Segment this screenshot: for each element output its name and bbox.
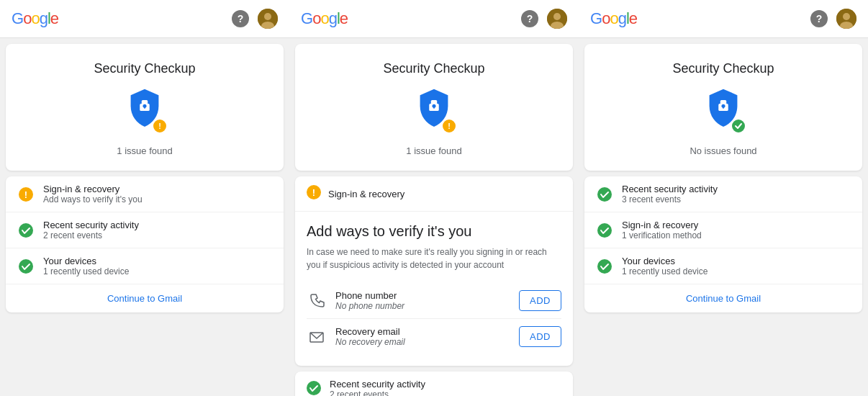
badge-success-3 xyxy=(731,118,746,134)
email-icon xyxy=(307,327,327,347)
check-icon-devices-1 xyxy=(17,258,35,275)
list-card-3: Recent security activity 3 recent events… xyxy=(584,176,862,312)
signin-text-1: Sign-in & recovery Add ways to verify it… xyxy=(43,184,272,204)
svg-rect-18 xyxy=(433,106,435,108)
email-recovery-item: Recovery email No recovery email ADD xyxy=(307,319,561,354)
svg-point-32 xyxy=(597,223,612,238)
badge-warning-2: ! xyxy=(441,118,457,134)
svg-point-10 xyxy=(19,223,33,238)
issue-text-2: 1 issue found xyxy=(406,145,461,156)
list-item-devices-1[interactable]: Your devices 1 recently used device xyxy=(6,248,284,284)
expanded-body-2: Add ways to verify it's you In case we n… xyxy=(295,212,573,366)
signin-subtitle-3: 1 verification method xyxy=(622,230,851,240)
bottom-list-item-2[interactable]: Recent security activity 2 recent events xyxy=(295,372,573,396)
phone-text: Phone number No phone number xyxy=(335,290,510,311)
header-1: Google ? xyxy=(0,0,289,38)
email-title: Recovery email xyxy=(335,326,510,337)
email-text: Recovery email No recovery email xyxy=(335,326,510,347)
svg-point-11 xyxy=(19,259,33,274)
expanded-card-2: ! Sign-in & recovery Add ways to verify … xyxy=(295,176,573,366)
devices-text-3: Your devices 1 recently used device xyxy=(622,256,851,276)
svg-point-13 xyxy=(553,13,561,20)
devices-subtitle-1: 1 recently used device xyxy=(43,266,272,276)
activity-text-3: Recent security activity 3 recent events xyxy=(622,184,851,204)
svg-text:!: ! xyxy=(24,189,27,200)
activity-subtitle-3: 3 recent events xyxy=(622,194,851,204)
header-icons-1: ? xyxy=(232,9,278,29)
add-phone-button[interactable]: ADD xyxy=(519,290,561,311)
signin-subtitle-1: Add ways to verify it's you xyxy=(43,194,272,204)
list-item-signin-3[interactable]: Sign-in & recovery 1 verification method xyxy=(584,212,862,248)
devices-title-1: Your devices xyxy=(43,256,272,266)
phone-recovery-item: Phone number No phone number ADD xyxy=(307,283,561,319)
devices-title-3: Your devices xyxy=(622,256,851,266)
header-3: Google ? xyxy=(579,0,868,38)
badge-warning-1: ! xyxy=(152,118,168,134)
svg-rect-30 xyxy=(723,106,724,108)
header-icons-2: ? xyxy=(521,9,567,29)
avatar-1[interactable] xyxy=(258,9,278,29)
bottom-subtitle-2: 2 recent events xyxy=(330,390,561,396)
checkup-title-3: Security Checkup xyxy=(672,61,774,76)
email-subtitle: No recovery email xyxy=(335,337,510,347)
signin-title-1: Sign-in & recovery xyxy=(43,184,272,194)
expand-desc-2: In case we need to make sure it's really… xyxy=(307,246,561,271)
check-icon-bottom-2 xyxy=(307,381,321,397)
checkup-card-3: Security Checkup No issues found xyxy=(584,44,862,171)
continue-link-3[interactable]: Continue to Gmail xyxy=(584,284,862,312)
check-icon-devices-3 xyxy=(596,258,613,275)
help-icon-1[interactable]: ? xyxy=(232,10,249,27)
activity-text-1: Recent security activity 2 recent events xyxy=(43,220,272,240)
check-icon-signin-3 xyxy=(596,222,613,239)
list-card-1: ! Sign-in & recovery Add ways to verify … xyxy=(6,176,284,312)
section-header-2: ! Sign-in & recovery xyxy=(295,176,573,212)
add-email-button[interactable]: ADD xyxy=(519,326,561,347)
svg-point-1 xyxy=(264,13,271,20)
help-icon-3[interactable]: ? xyxy=(810,10,828,27)
activity-title-3: Recent security activity xyxy=(622,184,851,194)
signin-text-3: Sign-in & recovery 1 verification method xyxy=(622,220,851,240)
svg-rect-6 xyxy=(144,106,145,108)
devices-text-1: Your devices 1 recently used device xyxy=(43,256,272,276)
panel-3-content: Security Checkup No issues found xyxy=(579,38,868,396)
list-item-devices-3[interactable]: Your devices 1 recently used device xyxy=(584,248,862,284)
continue-link-1[interactable]: Continue to Gmail xyxy=(6,284,284,312)
panel-1-content: Security Checkup ! 1 issue found ! xyxy=(0,38,289,396)
list-item-activity-1[interactable]: Recent security activity 2 recent events xyxy=(6,212,284,248)
activity-title-1: Recent security activity xyxy=(43,220,272,230)
signin-title-3: Sign-in & recovery xyxy=(622,220,851,230)
issue-text-3: No issues found xyxy=(690,145,756,156)
bottom-text-2: Recent security activity 2 recent events xyxy=(330,379,561,396)
shield-container-1: ! xyxy=(122,88,168,134)
expand-title-2: Add ways to verify it's you xyxy=(307,223,561,240)
checkup-card-2: Security Checkup ! 1 issue found xyxy=(295,44,573,171)
panel-2-content: Security Checkup ! 1 issue found ! xyxy=(289,38,579,396)
list-item-signin-1[interactable]: ! Sign-in & recovery Add ways to verify … xyxy=(6,176,284,212)
panel-2: Google ? Security Checkup ! xyxy=(289,0,579,396)
header-icons-3: ? xyxy=(810,9,856,29)
checkup-title-2: Security Checkup xyxy=(383,61,484,76)
issue-text-1: 1 issue found xyxy=(117,145,172,156)
google-logo-1: Google xyxy=(12,9,58,28)
bottom-title-2: Recent security activity xyxy=(330,379,561,390)
shield-container-2: ! xyxy=(411,88,457,134)
phone-title: Phone number xyxy=(335,290,510,301)
google-logo-3: Google xyxy=(590,9,637,28)
avatar-3[interactable] xyxy=(836,9,856,29)
panel-1: Google ? Security Checkup ! xyxy=(0,0,289,396)
checkup-card-1: Security Checkup ! 1 issue found xyxy=(6,44,284,171)
list-item-activity-3[interactable]: Recent security activity 3 recent events xyxy=(584,176,862,212)
svg-point-23 xyxy=(307,381,321,395)
header-2: Google ? xyxy=(289,0,579,38)
help-icon-2[interactable]: ? xyxy=(521,10,538,27)
devices-subtitle-3: 1 recently used device xyxy=(622,266,851,276)
google-logo-2: Google xyxy=(301,9,348,28)
section-header-text-2: Sign-in & recovery xyxy=(328,189,404,199)
warning-icon-section-2: ! xyxy=(307,185,321,202)
phone-subtitle: No phone number xyxy=(335,301,510,311)
svg-text:!: ! xyxy=(158,122,161,130)
shield-container-3 xyxy=(700,88,746,134)
svg-point-33 xyxy=(597,259,612,274)
svg-point-31 xyxy=(597,187,612,202)
avatar-2[interactable] xyxy=(547,9,567,29)
